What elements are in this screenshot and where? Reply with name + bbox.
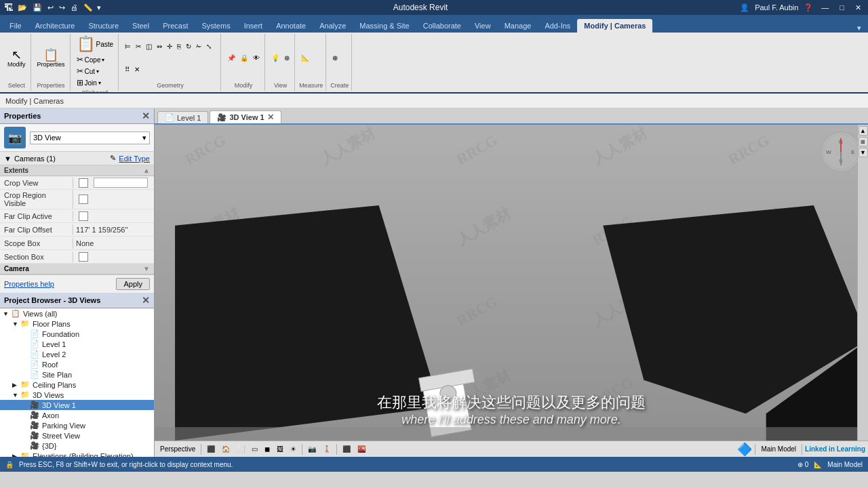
join-btn[interactable]: ⊞ Join ▾ (75, 77, 107, 88)
crop-view-checkbox[interactable] (79, 178, 88, 188)
tab-3dview1[interactable]: 🎥 3D View 1 ✕ (210, 110, 281, 123)
home-view-btn[interactable]: 🏠 (219, 445, 233, 453)
qa-print-btn[interactable]: 🖨 (69, 3, 79, 12)
delete-btn[interactable]: ✕ (132, 65, 142, 74)
clipboard-paste-btn[interactable]: 📋 Paste (75, 35, 116, 53)
hide-btn[interactable]: 👁 (251, 54, 262, 62)
tab-file[interactable]: File (3, 19, 28, 33)
properties-help-link[interactable]: Properties help (4, 280, 54, 288)
tab-steel[interactable]: Steel (125, 19, 156, 33)
tree-item[interactable]: 📄 Foundation (0, 329, 154, 339)
shaded-btn[interactable]: ◼ (262, 445, 273, 453)
tree-item[interactable]: 🎥 Axon (0, 410, 154, 420)
move-btn[interactable]: ✛ (165, 42, 174, 51)
align-btn[interactable]: ⊨ (123, 42, 133, 51)
ribbon-options-btn[interactable]: ▾ (853, 24, 865, 33)
lock-btn[interactable]: 🔒 (238, 54, 250, 62)
create-btn[interactable]: ⊕ (330, 54, 340, 62)
section-box-view-btn[interactable]: ⬛ (340, 445, 353, 453)
tab-insert[interactable]: Insert (237, 19, 270, 33)
tab-modify-cameras[interactable]: Modify | Cameras (577, 19, 652, 33)
tree-item-label: Elevations (Building Elevation) (33, 452, 134, 458)
crop-region-visible-checkbox[interactable] (79, 195, 88, 204)
close-btn[interactable]: ✕ (852, 3, 864, 12)
tree-item[interactable]: 📄 Level 1 (0, 339, 154, 349)
tab-level1[interactable]: 📄 Level 1 (157, 111, 208, 123)
tree-item[interactable]: 🎥 3D View 1 (0, 400, 154, 410)
tab-3dview1-close-btn[interactable]: ✕ (267, 113, 274, 122)
scroll-fit-btn[interactable]: ⊞ (859, 137, 868, 146)
tree-item[interactable]: ▼ 📁 3D Views (0, 390, 154, 400)
tree-item[interactable]: 🎥 Parking View (0, 420, 154, 430)
properties-btn[interactable]: 📋 Properties (35, 47, 67, 69)
offset-btn[interactable]: ◫ (144, 42, 154, 51)
tab-view[interactable]: View (468, 19, 498, 33)
show-hidden-btn[interactable]: 💡 (269, 54, 281, 62)
tab-collaborate[interactable]: Collaborate (416, 19, 468, 33)
walkthrough-btn[interactable]: 🚶 (320, 445, 334, 453)
tree-item[interactable]: 📄 Level 2 (0, 349, 154, 359)
tree-item-icon: 🎥 (30, 441, 41, 450)
view-type-select[interactable]: 3D View ▾ (30, 131, 150, 144)
array-btn[interactable]: ⠿ (123, 65, 132, 74)
tab-precast[interactable]: Precast (156, 19, 195, 33)
copy-btn[interactable]: ⎘ (175, 42, 183, 51)
extents-section-title[interactable]: Extents ▲ (0, 165, 154, 176)
tree-item[interactable]: ▼ 📁 Floor Plans (0, 319, 154, 329)
cut-btn[interactable]: ✂ Cut ▾ (75, 66, 107, 77)
scroll-up-btn[interactable]: ▲ (859, 126, 868, 136)
apply-btn[interactable]: Apply (116, 278, 150, 290)
maximize-btn[interactable]: □ (837, 3, 847, 12)
section-box-checkbox[interactable] (79, 252, 88, 262)
far-clip-active-checkbox[interactable] (79, 211, 88, 221)
tab-systems[interactable]: Systems (195, 19, 237, 33)
camera-btn[interactable]: 📷 (305, 445, 319, 453)
tab-structure[interactable]: Structure (81, 19, 125, 33)
tree-item[interactable]: ▼ 📋 Views (all) (0, 308, 154, 319)
qa-undo-btn[interactable]: ↩ (46, 3, 55, 12)
tab-architecture[interactable]: Architecture (28, 19, 82, 33)
tree-area: ▼ 📋 Views (all) ▼ 📁 Floor Plans 📄 Founda… (0, 308, 154, 457)
pin-btn[interactable]: 📌 (225, 54, 237, 62)
sun-path-btn[interactable]: ☀ (288, 445, 299, 453)
tab-massing[interactable]: Massing & Site (353, 19, 416, 33)
scale-btn[interactable]: ⤡ (204, 42, 214, 51)
measure-btn[interactable]: 📐 (299, 54, 311, 62)
perspective-label[interactable]: Perspective (157, 445, 198, 453)
view-cube-btn[interactable]: ⬛ (204, 445, 218, 453)
mirror-pick-btn[interactable]: ⇔ (155, 42, 164, 51)
tree-item[interactable]: ▶ 📁 Elevations (Building Elevation) (0, 451, 154, 457)
tab-addins[interactable]: Add-Ins (538, 19, 577, 33)
help-icon[interactable]: ❓ (804, 3, 813, 12)
camera-section-title[interactable]: Camera ▼ (0, 264, 154, 274)
project-browser-close-btn[interactable]: ✕ (142, 295, 150, 306)
minimize-btn[interactable]: — (818, 3, 831, 12)
tab-manage[interactable]: Manage (498, 19, 538, 33)
qa-new-btn[interactable]: 📂 (16, 3, 28, 12)
skyline-btn[interactable]: 🌇 (355, 445, 368, 453)
tree-item[interactable]: 📄 Site Plan (0, 369, 154, 380)
trim-btn[interactable]: ✁ (194, 42, 203, 51)
tree-item[interactable]: 🎥 {3D} (0, 441, 154, 451)
select-btn[interactable]: ↖ Modify (5, 47, 28, 69)
crop-view-input[interactable] (94, 178, 148, 188)
qa-measure-btn[interactable]: 📏 (82, 3, 94, 12)
tab-annotate[interactable]: Annotate (269, 19, 313, 33)
hidden-line-btn[interactable]: ▭ (249, 445, 260, 453)
tab-analyze[interactable]: Analyze (313, 19, 353, 33)
tree-item[interactable]: 📄 Roof (0, 359, 154, 369)
edit-type-btn[interactable]: Edit Type (119, 155, 150, 163)
qa-save-btn[interactable]: 💾 (31, 3, 43, 12)
properties-close-btn[interactable]: ✕ (142, 110, 150, 121)
rotate-btn[interactable]: ↻ (184, 42, 193, 51)
filter-btn[interactable]: ⊛ (282, 54, 292, 62)
select-tools: ↖ Modify (5, 35, 28, 81)
scroll-down-btn[interactable]: ▼ (859, 148, 868, 157)
cope-btn[interactable]: ✂ Cope ▾ (75, 54, 107, 65)
qa-redo-btn[interactable]: ↪ (58, 3, 66, 12)
wireframe-btn[interactable]: ⬜ (234, 445, 248, 453)
tree-item[interactable]: 🎥 Street View (0, 430, 154, 441)
tree-item[interactable]: ▶ 📁 Ceiling Plans (0, 380, 154, 390)
render-btn[interactable]: 🖼 (274, 445, 286, 453)
split-btn[interactable]: ✂ (134, 42, 143, 51)
